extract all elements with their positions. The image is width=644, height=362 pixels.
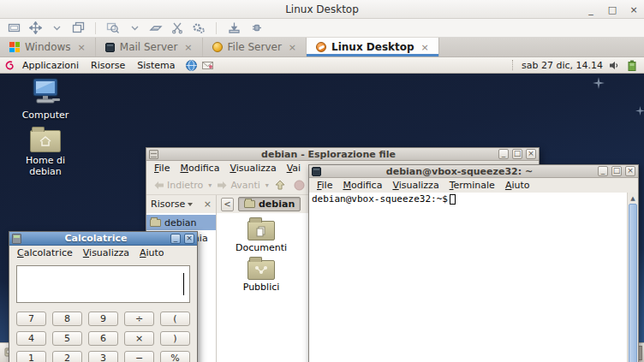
tab-close-icon[interactable]: ×	[421, 42, 429, 53]
close-button[interactable]: ×	[184, 234, 194, 244]
calc-key-7[interactable]: 7	[16, 312, 46, 326]
volume-icon[interactable]	[607, 58, 621, 72]
remote-viewer-icon	[316, 42, 326, 52]
browser-launcher-icon[interactable]	[184, 58, 198, 72]
terminal-cursor	[450, 194, 456, 205]
sidebar-item-debian[interactable]: debian	[146, 215, 216, 230]
tab-mail-server[interactable]: Mail Server ×	[96, 38, 203, 56]
menu-sistema[interactable]: Sistema	[131, 60, 181, 71]
menu-aiuto[interactable]: Aiuto	[500, 180, 535, 191]
tab-linux-desktop[interactable]: Linux Desktop ×	[307, 38, 439, 56]
maximize-button[interactable]: □	[607, 4, 617, 15]
close-button[interactable]: ×	[526, 149, 536, 159]
back-chevron-icon[interactable]: ▾	[208, 181, 212, 189]
tab-close-icon[interactable]: ×	[78, 42, 86, 53]
maximize-button[interactable]: □	[512, 149, 522, 159]
file-item-pubblici[interactable]: Pubblici	[230, 256, 292, 293]
menu-visualizza[interactable]: Visualizza	[387, 180, 444, 191]
maximize-button[interactable]: □	[611, 166, 622, 176]
chevron-down-icon[interactable]	[128, 21, 141, 35]
tools-icon[interactable]	[170, 21, 184, 35]
calc-key-1[interactable]: 1	[16, 351, 46, 362]
terminal-titlebar[interactable]: debian@vbox-squeeze32: ~ _ □ ×	[309, 165, 638, 178]
calculator-window[interactable]: Calcolatrice _ × Calcolatrice Visualizza…	[9, 231, 198, 362]
menu-applicazioni[interactable]: Applicazioni	[16, 60, 85, 71]
calc-key-9[interactable]: 9	[88, 312, 118, 326]
calc-key-percent[interactable]: %	[160, 351, 190, 362]
scroll-up-icon[interactable]: ▲	[628, 193, 638, 204]
viewer-title: Linux Desktop	[285, 3, 359, 15]
breadcrumb[interactable]: debian	[238, 197, 301, 211]
zoom-icon[interactable]	[106, 21, 120, 35]
tab-windows[interactable]: Windows ×	[0, 38, 96, 56]
menu-file[interactable]: File	[312, 180, 337, 191]
tab-close-icon[interactable]: ×	[184, 42, 192, 53]
calculator-titlebar[interactable]: Calcolatrice _ ×	[9, 232, 197, 246]
calc-key-8[interactable]: 8	[52, 312, 82, 326]
viewer-titlebar[interactable]: Linux Desktop _ □ ×	[0, 0, 644, 19]
menu-risorse[interactable]: Risorse	[85, 60, 131, 71]
close-button[interactable]: ×	[629, 4, 639, 15]
menu-calcolatrice[interactable]: Calcolatrice	[12, 247, 78, 258]
menu-visualizza[interactable]: Visualizza	[78, 247, 134, 258]
terminal-window[interactable]: debian@vbox-squeeze32: ~ _ □ × File Modi…	[308, 164, 639, 362]
back-button[interactable]: Indietro	[151, 179, 206, 192]
tab-close-icon[interactable]: ×	[289, 42, 296, 53]
battery-icon[interactable]	[625, 58, 639, 72]
switch-tab-icon[interactable]	[71, 21, 85, 35]
calc-key-4[interactable]: 4	[16, 331, 46, 346]
menu-aiuto[interactable]: Aiuto	[134, 247, 170, 258]
sidebar-header[interactable]: Risorse ×	[146, 195, 217, 213]
terminal-prompt: debian@vbox-squeeze32:~$	[312, 193, 448, 205]
close-button[interactable]: ×	[625, 166, 635, 176]
tab-file-server[interactable]: File Server ×	[203, 38, 307, 56]
folder-icon	[150, 219, 161, 227]
disconnect-icon[interactable]	[248, 21, 262, 35]
clock[interactable]: sab 27 dic, 14.14	[522, 60, 603, 71]
terminal-output[interactable]: debian@vbox-squeeze32:~$	[309, 193, 638, 362]
calc-key-multiply[interactable]: ×	[124, 331, 154, 346]
menu-terminale[interactable]: Terminale	[444, 180, 500, 191]
menu-modifica[interactable]: Modifica	[337, 180, 387, 191]
screenshot-icon[interactable]	[227, 21, 241, 35]
star-decoration	[635, 106, 644, 116]
settings-icon[interactable]	[192, 21, 206, 35]
minimize-button[interactable]: _	[498, 149, 509, 159]
calc-key-divide[interactable]: ÷	[124, 312, 154, 326]
stop-button[interactable]	[291, 179, 307, 192]
menu-file[interactable]: File	[149, 163, 175, 174]
forward-button[interactable]: Avanti	[214, 179, 262, 192]
calc-key-6[interactable]: 6	[88, 331, 118, 346]
calculator-display[interactable]	[16, 265, 190, 303]
terminal-scrollbar[interactable]: ▲ ▼	[627, 193, 638, 362]
crumb-scroll-left-button[interactable]: <	[221, 198, 234, 211]
desktop-icon-computer[interactable]: Computer	[12, 78, 79, 121]
scrollbar-thumb[interactable]	[629, 204, 637, 362]
calc-key-close-paren[interactable]: )	[160, 331, 190, 346]
screen-size-icon[interactable]	[7, 21, 21, 35]
mail-launcher-icon[interactable]	[200, 58, 214, 72]
desktop-icon-home[interactable]: Home di debian	[12, 123, 79, 177]
file-item-documenti[interactable]: Documenti	[230, 217, 292, 253]
desktop[interactable]: Computer Home di debian debian - Esplora…	[0, 74, 644, 342]
minimize-button[interactable]: _	[170, 234, 181, 244]
calc-key-2[interactable]: 2	[52, 351, 82, 362]
chevron-down-icon[interactable]	[50, 21, 63, 35]
menu-visualizza[interactable]: Visualizza	[224, 163, 281, 174]
calc-key-5[interactable]: 5	[52, 331, 82, 346]
calc-key-minus[interactable]: −	[124, 351, 154, 362]
debian-logo-icon[interactable]	[3, 58, 16, 72]
sidebar-close-icon[interactable]: ×	[204, 199, 212, 210]
calc-key-3[interactable]: 3	[88, 351, 118, 362]
minimize-button[interactable]: _	[598, 166, 608, 176]
menu-vai[interactable]: Vai	[282, 163, 306, 174]
forward-chevron-icon[interactable]: ▾	[265, 181, 269, 189]
minimize-button[interactable]: _	[586, 4, 596, 15]
file-manager-titlebar[interactable]: debian - Esplorazione file _ □ ×	[146, 148, 539, 161]
calc-key-open-paren[interactable]: (	[160, 312, 190, 326]
menu-modifica[interactable]: Modifica	[175, 163, 224, 174]
keyboard-grab-icon[interactable]	[149, 21, 163, 35]
file-label: Documenti	[236, 242, 287, 253]
up-button[interactable]	[271, 179, 289, 192]
fullscreen-icon[interactable]	[28, 21, 42, 35]
